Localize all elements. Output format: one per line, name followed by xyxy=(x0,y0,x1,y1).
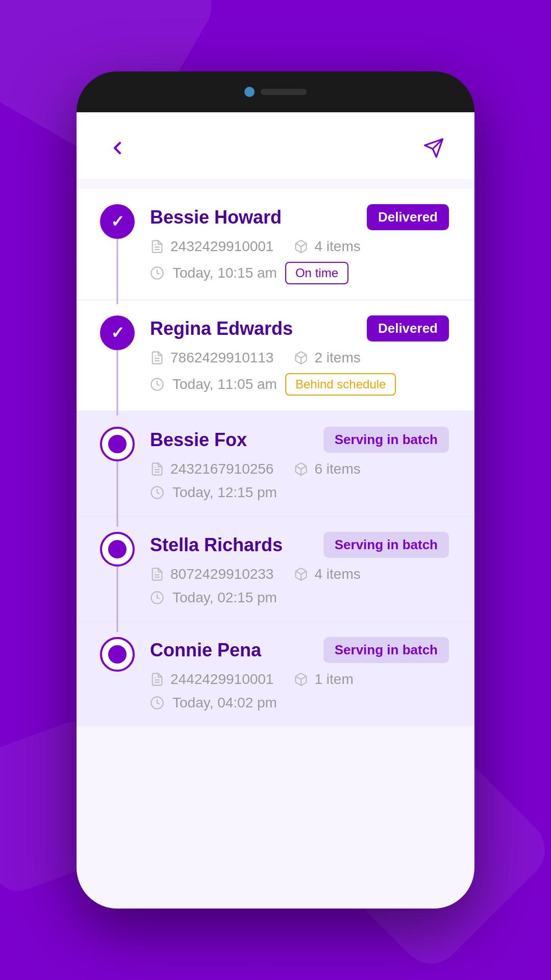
timeline-col xyxy=(97,427,138,461)
customer-name: Bessie Howard xyxy=(150,207,282,228)
status-badge: Serving in batch xyxy=(323,532,449,558)
timeline-col xyxy=(97,637,138,672)
camera-dot xyxy=(244,87,255,97)
timeline-col: ✓ xyxy=(97,204,138,239)
items-count-text: 4 items xyxy=(314,566,360,582)
timeline-line xyxy=(117,461,118,527)
items-count-text: 2 items xyxy=(314,350,360,366)
phone-frame: ✓ Bessie Howard Delivered 243242 xyxy=(77,71,474,909)
app-screen: ✓ Bessie Howard Delivered 243242 xyxy=(77,112,474,909)
order-number-text: 8072429910233 xyxy=(170,566,273,582)
package-icon xyxy=(294,462,308,476)
clock-icon xyxy=(150,266,164,280)
delivery-header: Bessie Fox Serving in batch xyxy=(150,427,449,453)
location-button[interactable] xyxy=(418,133,449,163)
clock-icon xyxy=(150,696,164,710)
delivery-time: Today, 04:02 pm xyxy=(150,695,449,711)
delivery-header: Bessie Howard Delivered xyxy=(150,204,449,230)
delivery-meta: 8072429910233 4 items xyxy=(150,566,449,582)
customer-name: Connie Pena xyxy=(150,640,261,661)
delivery-item[interactable]: Connie Pena Serving in batch 24424299100… xyxy=(77,621,474,726)
items-count: 4 items xyxy=(294,566,360,582)
document-icon xyxy=(150,567,164,581)
document-icon xyxy=(150,672,164,687)
order-number-text: 2442429910001 xyxy=(170,671,273,688)
delivery-time: Today, 10:15 am On time xyxy=(150,262,449,284)
customer-name: Stella Richards xyxy=(150,534,283,556)
schedule-badge: On time xyxy=(285,262,348,284)
time-text: Today, 04:02 pm xyxy=(172,695,277,711)
status-badge: Serving in batch xyxy=(323,637,449,663)
items-count-text: 1 item xyxy=(314,671,353,688)
timeline-icon-active xyxy=(100,532,135,567)
timeline-line xyxy=(117,350,118,415)
order-number: 8072429910233 xyxy=(150,566,273,582)
delivery-time: Today, 11:05 am Behind schedule xyxy=(150,373,449,396)
back-button[interactable] xyxy=(102,133,133,163)
package-icon xyxy=(294,672,308,687)
items-count: 2 items xyxy=(294,350,360,366)
document-icon xyxy=(150,351,164,365)
delivery-content: Bessie Howard Delivered 2432429910001 xyxy=(150,204,449,284)
schedule-badge: Behind schedule xyxy=(285,373,396,396)
items-count-text: 4 items xyxy=(314,238,360,255)
speaker xyxy=(261,89,307,95)
delivery-content: Regina Edwards Delivered 7862429910113 xyxy=(150,315,449,396)
items-count-text: 6 items xyxy=(314,461,360,477)
check-icon: ✓ xyxy=(111,212,124,231)
document-icon xyxy=(150,462,164,476)
timeline-icon-active xyxy=(100,427,135,461)
status-badge: Serving in batch xyxy=(323,427,449,453)
delivery-header: Regina Edwards Delivered xyxy=(150,315,449,341)
order-number-text: 2432167910256 xyxy=(170,461,273,477)
customer-name: Bessie Fox xyxy=(150,429,247,451)
time-text: Today, 11:05 am xyxy=(172,376,277,393)
delivery-content: Bessie Fox Serving in batch 243216791025… xyxy=(150,427,449,501)
header xyxy=(77,112,474,179)
delivery-meta: 2432167910256 6 items xyxy=(150,461,449,477)
clock-icon xyxy=(150,485,164,500)
package-icon xyxy=(294,239,308,254)
delivery-list: ✓ Bessie Howard Delivered 243242 xyxy=(77,179,474,909)
delivery-content: Stella Richards Serving in batch 8072429… xyxy=(150,532,449,606)
order-number: 2432429910001 xyxy=(150,238,273,255)
check-icon: ✓ xyxy=(111,323,124,342)
order-number: 2432167910256 xyxy=(150,461,273,477)
items-count: 6 items xyxy=(294,461,360,477)
camera-notch xyxy=(230,83,321,101)
delivery-item[interactable]: Stella Richards Serving in batch 8072429… xyxy=(77,516,474,621)
delivery-item[interactable]: ✓ Regina Edwards Delivered 78624 xyxy=(77,300,474,411)
timeline-line xyxy=(117,239,118,304)
delivery-time: Today, 02:15 pm xyxy=(150,590,449,606)
items-count: 4 items xyxy=(294,238,360,255)
package-icon xyxy=(294,567,308,581)
status-badge: Delivered xyxy=(367,315,449,341)
timeline-col: ✓ xyxy=(97,315,138,350)
timeline-icon-done: ✓ xyxy=(100,204,135,239)
delivery-item[interactable]: Bessie Fox Serving in batch 243216791025… xyxy=(77,411,474,516)
delivery-content: Connie Pena Serving in batch 24424299100… xyxy=(150,637,449,711)
delivery-header: Connie Pena Serving in batch xyxy=(150,637,449,663)
delivery-meta: 2432429910001 4 items xyxy=(150,238,449,255)
order-number-text: 2432429910001 xyxy=(170,238,273,255)
timeline-col xyxy=(97,532,138,567)
time-text: Today, 10:15 am xyxy=(172,265,277,281)
document-icon xyxy=(150,239,164,254)
timeline-icon-active xyxy=(100,637,135,672)
order-number: 7862429910113 xyxy=(150,350,273,366)
customer-name: Regina Edwards xyxy=(150,318,293,339)
delivery-item[interactable]: ✓ Bessie Howard Delivered 243242 xyxy=(77,189,474,300)
package-icon xyxy=(294,351,308,365)
status-badge: Delivered xyxy=(367,204,449,230)
time-text: Today, 12:15 pm xyxy=(172,484,277,501)
order-number: 2442429910001 xyxy=(150,671,273,688)
order-number-text: 7862429910113 xyxy=(170,350,273,366)
delivery-meta: 2442429910001 1 item xyxy=(150,671,449,688)
clock-icon xyxy=(150,591,164,605)
status-bar xyxy=(77,71,474,112)
clock-icon xyxy=(150,377,164,391)
timeline-line xyxy=(117,567,118,632)
delivery-time: Today, 12:15 pm xyxy=(150,484,449,501)
items-count: 1 item xyxy=(294,671,353,688)
timeline-icon-done: ✓ xyxy=(100,315,135,350)
